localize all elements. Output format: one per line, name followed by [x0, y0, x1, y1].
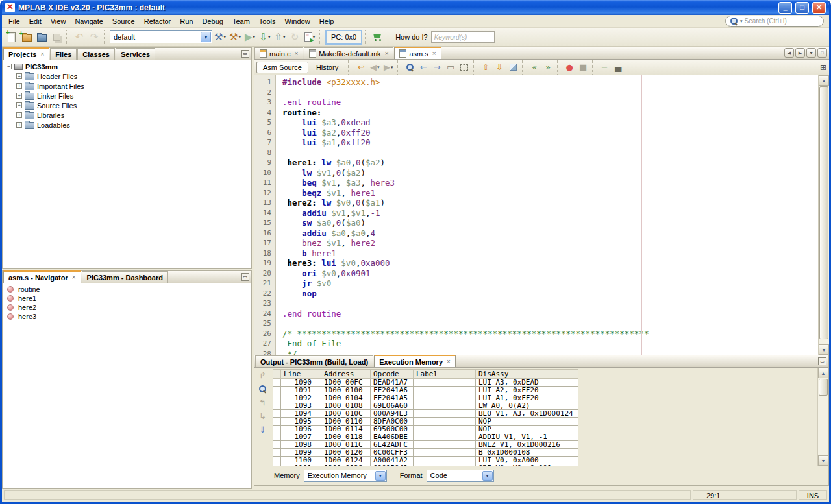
scroll-up-icon[interactable]: ▲	[819, 75, 829, 86]
close-tab-icon[interactable]: ×	[294, 50, 298, 57]
menu-edit[interactable]: Edit	[25, 16, 46, 27]
minimize-panel-icon[interactable]: ▭	[818, 357, 826, 365]
find-selection-icon[interactable]	[403, 61, 416, 74]
build-project-icon[interactable]: ⚒▾	[213, 29, 227, 45]
undo-icon[interactable]: ↶	[72, 29, 86, 45]
memory-table[interactable]: LineAddressOpcodeLabelDisAssy10901D00_00…	[273, 369, 578, 466]
close-tab-icon[interactable]: ×	[447, 358, 451, 365]
minimize-panel-icon[interactable]: ▭	[241, 273, 249, 281]
code-area[interactable]: #include <p32xxxx.h>.ent routineroutine:…	[276, 75, 818, 355]
line-number-gutter[interactable]: 1234567891011121314151617181920212223242…	[254, 75, 276, 355]
menu-view[interactable]: View	[46, 16, 71, 27]
record-macro-icon[interactable]: ●	[563, 61, 576, 74]
configuration-select[interactable]: default▾	[110, 30, 212, 43]
menu-run[interactable]: Run	[175, 16, 197, 27]
expand-icon[interactable]: +	[16, 122, 22, 128]
projects-tab-services[interactable]: Services	[116, 48, 155, 60]
memory-table-row[interactable]: 10901D00_00FCDEAD41A7LUI A3, 0xDEAD	[273, 379, 578, 387]
combo-arrow-icon[interactable]: ▾	[375, 471, 386, 481]
expand-icon[interactable]: +	[16, 102, 22, 108]
menu-refactor[interactable]: Refactor	[140, 16, 176, 27]
collapse-icon[interactable]: −	[6, 64, 12, 69]
forward-icon[interactable]: ▶▾	[382, 61, 395, 74]
close-tab-icon[interactable]: ×	[385, 50, 389, 57]
editor-scrollbar[interactable]: ▲ ▼	[818, 75, 829, 355]
shift-right-icon[interactable]: »	[541, 61, 554, 74]
tree-item-header-files[interactable]: +Header Files	[3, 71, 251, 81]
last-edit-location-icon[interactable]: ↩	[354, 61, 367, 74]
expand-icon[interactable]: +	[16, 73, 22, 79]
scroll-up-icon[interactable]: ▲	[818, 368, 828, 378]
memory-select[interactable]: Execution Memory ▾	[304, 470, 387, 482]
tree-item-important-files[interactable]: +Important Files	[3, 81, 251, 91]
tree-item-pic33mm[interactable]: −PIC33mm	[3, 62, 251, 71]
split-editor-icon[interactable]: ⊞	[820, 63, 826, 72]
run-project-icon[interactable]: ▶▾	[243, 29, 257, 45]
code-editor[interactable]: 1234567891011121314151617181920212223242…	[254, 75, 829, 355]
format-select[interactable]: Code ▾	[427, 470, 494, 482]
memory-table-row[interactable]: 10961D00_011469500C00NOP	[273, 426, 578, 433]
find-next-icon[interactable]: →	[430, 61, 443, 74]
memory-table-row[interactable]: 10991D00_01200C00CFF3B 0x1D000108	[273, 449, 578, 457]
combo-arrow-icon[interactable]: ▾	[482, 471, 493, 481]
new-project-icon[interactable]	[19, 29, 34, 45]
memory-table-row[interactable]: 10941D00_010C000A94E3BEQ V1, A3, 0x1D000…	[273, 410, 578, 418]
goto-next-icon[interactable]: ↳	[257, 411, 269, 422]
read-device-icon[interactable]: ⇧▾	[273, 29, 287, 45]
menu-team[interactable]: Team	[228, 16, 254, 27]
asm-source-view-button[interactable]: Asm Source	[256, 62, 308, 73]
memory-scrollbar[interactable]: ▲ ▼	[817, 368, 828, 466]
scrollbar-thumb[interactable]	[819, 86, 828, 339]
open-project-icon[interactable]	[34, 29, 49, 45]
memory-table-row[interactable]: 10911D00_0100FF2041A6LUI A2, 0xFF20	[273, 387, 578, 394]
memory-table-row[interactable]: 10971D00_0118EA406DBEADDIU V1, V1, -1	[273, 433, 578, 441]
shift-left-icon[interactable]: «	[528, 61, 541, 74]
clean-build-icon[interactable]: ⚒▾	[228, 29, 242, 45]
minimize-button[interactable]: _	[778, 2, 792, 14]
reset-refresh-icon[interactable]: ↻	[288, 29, 302, 45]
scroll-tabs-left-icon[interactable]: ◀	[784, 48, 794, 58]
memory-table-row[interactable]: 10981D00_011C6E42ADFCBNEZ V1, 0x1D000216	[273, 441, 578, 449]
memory-table-row[interactable]: 10931D00_010869E06A60LW A0, 0(A2)	[273, 402, 578, 410]
editor-tab-asm-s[interactable]: asm.s×	[394, 47, 441, 59]
projects-tab-projects[interactable]: Projects×	[3, 47, 49, 60]
ide-search-box[interactable]: ▾ Search (Ctrl+I)	[725, 16, 824, 27]
uncomment-icon[interactable]: ▄	[612, 61, 625, 74]
editor-tab-makefile-default-mk[interactable]: Makefile-default.mk×	[304, 47, 393, 59]
expand-icon[interactable]: +	[16, 83, 22, 89]
toggle-highlight-icon[interactable]: ▭	[444, 61, 457, 74]
menu-navigate[interactable]: Navigate	[70, 16, 107, 27]
stop-macro-icon[interactable]: ■	[577, 61, 589, 74]
menu-debug[interactable]: Debug	[197, 16, 227, 27]
previous-bookmark-icon[interactable]: ⇧	[479, 61, 492, 74]
how-do-i-input[interactable]	[431, 31, 495, 43]
memory-tab-execution-memory[interactable]: Execution Memory×	[374, 355, 456, 367]
close-tab-icon[interactable]: ×	[72, 274, 76, 281]
close-tab-icon[interactable]: ×	[40, 51, 44, 58]
memory-table-row[interactable]: 11001D00_0124A00041A2LUI V0, 0xA000	[273, 457, 578, 464]
scroll-tabs-right-icon[interactable]: ▶	[795, 48, 805, 58]
tab-list-dropdown-icon[interactable]: ▼	[806, 48, 816, 58]
tree-item-libraries[interactable]: +Libraries	[3, 110, 251, 120]
save-all-icon[interactable]	[49, 29, 64, 45]
find-previous-icon[interactable]: ←	[417, 61, 430, 74]
navigator-item-here2[interactable]: here2	[3, 303, 251, 312]
menu-help[interactable]: Help	[315, 16, 339, 27]
close-button[interactable]: ✕	[812, 2, 826, 14]
debug-tool-icon[interactable]: ▾	[303, 29, 317, 45]
redo-icon[interactable]: ↷	[87, 29, 101, 45]
memory-table-row[interactable]: 10951D00_01108DFA0C00NOP	[273, 418, 578, 426]
scroll-down-icon[interactable]: ▼	[819, 344, 829, 355]
menu-window[interactable]: Window	[280, 16, 315, 27]
memory-tab-output-pic33mm-build-load[interactable]: Output - PIC33mm (Build, Load)	[255, 355, 373, 367]
projects-tab-classes[interactable]: Classes	[77, 48, 115, 60]
comment-icon[interactable]: ≡	[598, 61, 611, 74]
close-tab-icon[interactable]: ×	[432, 50, 436, 57]
find-address-icon[interactable]	[257, 383, 269, 394]
minimize-panel-icon[interactable]: ▭	[241, 50, 249, 58]
toggle-bookmark-icon[interactable]	[506, 61, 519, 74]
follow-pc-icon[interactable]: ⇓	[257, 424, 269, 435]
tree-item-linker-files[interactable]: +Linker Files	[3, 91, 251, 101]
navigator-item-routine[interactable]: routine	[3, 285, 251, 294]
navigator-item-here1[interactable]: here1	[3, 294, 251, 303]
